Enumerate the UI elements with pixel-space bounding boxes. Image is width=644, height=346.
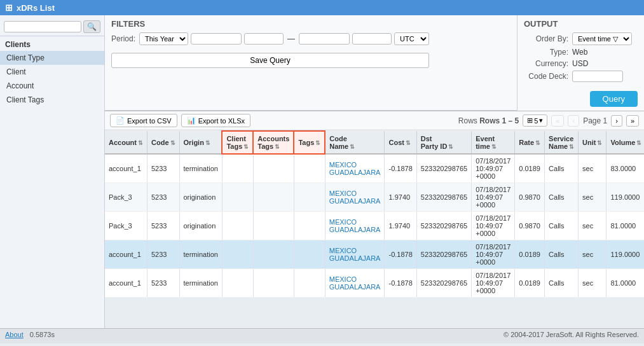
title-bar: ⊞ xDRs List xyxy=(0,0,644,15)
code-deck-label: Code Deck: xyxy=(524,72,568,81)
sidebar-search-bar: 🔍 xyxy=(0,18,104,36)
time-to-input[interactable]: 23:59:59 xyxy=(352,33,392,45)
date-to-input[interactable]: 2017-12-31 xyxy=(299,33,350,45)
type-row: Type: Web xyxy=(524,48,638,57)
col-header-unit[interactable]: Unit⇅ xyxy=(579,131,606,154)
col-header-rate[interactable]: Rate⇅ xyxy=(515,131,545,154)
csv-icon: 📄 xyxy=(116,116,125,125)
code-deck-row: Code Deck: xyxy=(524,71,638,82)
col-header-event-time[interactable]: Eventtime⇅ xyxy=(472,131,515,154)
page-label: Page 1 xyxy=(583,116,607,125)
sidebar-search-button[interactable]: 🔍 xyxy=(83,20,100,33)
filters-title: FILTERS xyxy=(111,19,429,29)
code-deck-input[interactable] xyxy=(572,71,623,82)
type-value: Web xyxy=(572,48,587,57)
timezone-select[interactable]: UTC xyxy=(394,32,429,45)
table-row[interactable]: Pack_35233originationMEXICO GUADALAJARA1… xyxy=(105,212,644,240)
first-page-button[interactable]: « xyxy=(551,115,564,127)
currency-label: Currency: xyxy=(524,59,568,68)
output-panel: OUTPUT Order By: Event time ▽ Type: Web … xyxy=(517,15,644,111)
about-link[interactable]: About xyxy=(5,331,24,342)
col-header-origin[interactable]: Origin⇅ xyxy=(179,131,222,154)
order-by-label: Order By: xyxy=(524,34,568,43)
output-title: OUTPUT xyxy=(524,19,638,29)
sidebar-items-list: Client TypeClientAccountClient Tags xyxy=(0,51,104,107)
export-csv-button[interactable]: 📄 Export to CSV xyxy=(110,114,177,127)
table-body: account_15233terminationMEXICO GUADALAJA… xyxy=(105,154,644,298)
sidebar-section-title: Clients xyxy=(0,36,104,51)
col-header-volume[interactable]: Volume⇅ xyxy=(606,131,644,154)
next-page-button[interactable]: › xyxy=(611,115,622,127)
content-area: FILTERS Period: This Year 2017-01-01 00:… xyxy=(105,15,644,328)
app-icon: ⊞ xyxy=(5,3,13,13)
period-select[interactable]: This Year xyxy=(139,32,188,45)
period-filter-row: Period: This Year 2017-01-01 00:00:00 — … xyxy=(111,32,429,45)
table-row[interactable]: account_15233terminationMEXICO GUADALAJA… xyxy=(105,240,644,269)
rows-info: Rows Rows 1 – 5 xyxy=(458,116,519,125)
page-size-chevron-icon: ▾ xyxy=(539,116,543,125)
query-button[interactable]: Query xyxy=(590,91,638,107)
timing-value: 0.5873s xyxy=(30,331,55,342)
xlsx-icon: 📊 xyxy=(187,116,196,125)
table-row[interactable]: account_15233terminationMEXICO GUADALAJA… xyxy=(105,269,644,298)
filters-panel: FILTERS Period: This Year 2017-01-01 00:… xyxy=(105,15,517,111)
prev-page-button[interactable]: ‹ xyxy=(568,115,579,127)
col-header-account[interactable]: Account⇅ xyxy=(105,131,147,154)
table-row[interactable]: Pack_35233originationMEXICO GUADALAJARA1… xyxy=(105,183,644,212)
table-header: Account⇅Code⇅Origin⇅ClientTags⇅AccountsT… xyxy=(105,131,644,154)
sidebar-item-client-tags[interactable]: Client Tags xyxy=(0,93,104,107)
col-header-code[interactable]: Code⇅ xyxy=(147,131,180,154)
status-bar: About 0.5873s © 2004-2017 JeraSoft. All … xyxy=(0,328,644,343)
col-header-client-tags[interactable]: ClientTags⇅ xyxy=(222,131,253,154)
col-header-code-name[interactable]: CodeName⇅ xyxy=(325,131,385,154)
sidebar-item-client-type[interactable]: Client Type xyxy=(0,51,104,65)
currency-value: USD xyxy=(572,59,588,68)
sidebar-item-account[interactable]: Account xyxy=(0,79,104,93)
export-xlsx-button[interactable]: 📊 Export to XLSx xyxy=(181,114,250,127)
sidebar-search-input[interactable] xyxy=(4,21,81,32)
page-size-button[interactable]: ⊞ 5 ▾ xyxy=(523,114,547,127)
main-area: 🔍 Clients Client TypeClientAccountClient… xyxy=(0,15,644,328)
grid-icon: ⊞ xyxy=(527,116,533,125)
order-by-select[interactable]: Event time ▽ xyxy=(572,32,632,45)
last-page-button[interactable]: » xyxy=(626,115,639,127)
time-from-input[interactable]: 00:00:00 xyxy=(244,33,284,45)
copyright-text: © 2004-2017 JeraSoft. All Rights Reserve… xyxy=(504,331,639,342)
data-table: Account⇅Code⇅Origin⇅ClientTags⇅AccountsT… xyxy=(105,130,644,298)
col-header-service-name[interactable]: ServiceName⇅ xyxy=(545,131,579,154)
data-table-container: Account⇅Code⇅Origin⇅ClientTags⇅AccountsT… xyxy=(105,130,644,328)
type-label: Type: xyxy=(524,48,568,57)
save-query-button[interactable]: Save Query xyxy=(111,53,429,68)
col-header-dst-party-id[interactable]: DstParty ID⇅ xyxy=(416,131,471,154)
sidebar-item-client[interactable]: Client xyxy=(0,65,104,79)
currency-row: Currency: USD xyxy=(524,59,638,68)
date-from-input[interactable]: 2017-01-01 xyxy=(191,33,242,45)
col-header-cost[interactable]: Cost⇅ xyxy=(385,131,416,154)
table-row[interactable]: account_15233terminationMEXICO GUADALAJA… xyxy=(105,154,644,183)
filters-output-row: FILTERS Period: This Year 2017-01-01 00:… xyxy=(105,15,644,111)
order-by-row: Order By: Event time ▽ xyxy=(524,32,638,45)
sidebar: 🔍 Clients Client TypeClientAccountClient… xyxy=(0,15,105,328)
col-header-accounts-tags[interactable]: AccountsTags⇅ xyxy=(253,131,294,154)
table-toolbar: 📄 Export to CSV 📊 Export to XLSx Rows Ro… xyxy=(105,111,644,130)
col-header-tags[interactable]: Tags⇅ xyxy=(294,131,325,154)
window-title: xDRs List xyxy=(17,3,55,13)
period-label: Period: xyxy=(111,34,135,43)
